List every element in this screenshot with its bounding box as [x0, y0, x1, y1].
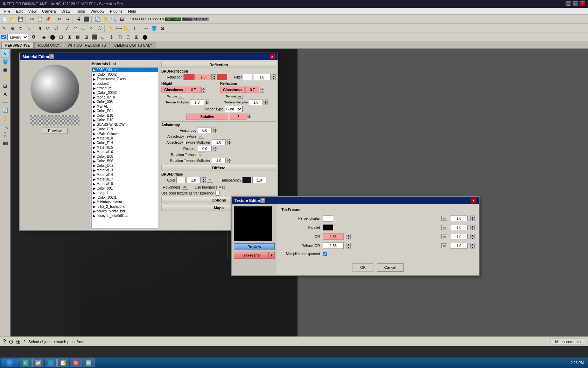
tb-extra6[interactable]: ⊞	[82, 33, 90, 41]
mat-item-colorb08[interactable]: ▶Color_B08	[92, 154, 158, 159]
ior-up[interactable]: ▲	[346, 234, 351, 237]
tab-without-rec[interactable]: WITHOUT REC LIGHTS	[64, 42, 110, 48]
mat-item-material16[interactable]: ▶Material16	[92, 150, 158, 154]
tb-pushpull[interactable]: ⬆	[36, 25, 44, 32]
reflection-value[interactable]: 1.0	[194, 74, 212, 80]
hilight-tm-value[interactable]: 1.0	[190, 100, 204, 105]
materials-list[interactable]: ▶0030_OldLace ▶[Color_000]2 ▶Translucent…	[91, 67, 158, 229]
roughness-m-btn[interactable]: m	[182, 185, 188, 190]
refract-up[interactable]: ▲	[346, 243, 351, 246]
mat-item-fisseyub[interactable]: ▶fisseyub_fefa0d51...	[92, 213, 158, 218]
menu-view[interactable]: View	[26, 8, 40, 14]
tool-camera[interactable]: 📷	[1, 138, 9, 146]
parallel-swatch[interactable]	[323, 224, 333, 231]
refract-m-btn[interactable]: m	[441, 243, 448, 248]
tb-protractor[interactable]: 📐	[123, 25, 131, 32]
tb-extra8[interactable]: □	[99, 33, 107, 41]
mat-item-fabric[interactable]: ▶fabric_07_b	[92, 95, 158, 100]
parallel-val1[interactable]: 1.0	[450, 225, 468, 230]
refl-tm-value[interactable]: 1.0	[249, 100, 263, 105]
anisotropy-value[interactable]: 0.0	[198, 128, 212, 133]
mat-item-cookie2[interactable]: ▶cookie2	[92, 81, 158, 86]
tool-select[interactable]: ↖	[1, 50, 9, 57]
tool-pan[interactable]: ✋	[1, 114, 9, 122]
mat-item-material14[interactable]: ▶Material14	[92, 172, 158, 177]
tb-extra3[interactable]: ⊡	[57, 33, 65, 41]
rotation-texture-m-btn[interactable]: m	[198, 152, 204, 157]
perpendicular-val1[interactable]: 1.0	[450, 216, 468, 221]
para-down[interactable]: ▼	[470, 227, 475, 230]
tb-extra13[interactable]: ⬤	[141, 33, 149, 41]
menu-edit[interactable]: Edit	[13, 8, 26, 14]
subdivs-up[interactable]: ▲	[247, 114, 251, 116]
parallel-m-btn[interactable]: m	[441, 225, 448, 230]
tool-walk[interactable]: 🚶	[1, 130, 9, 138]
tab-ceiling[interactable]: CEILING LIGHTS ONLY	[111, 42, 156, 48]
tb-extra4[interactable]: ⊞	[65, 33, 73, 41]
menu-plugins[interactable]: Plugins	[107, 8, 125, 14]
layer-settings[interactable]: ⚙	[30, 33, 37, 41]
refract-ior-value[interactable]: 1.55	[323, 243, 344, 249]
filter-spin-down[interactable]: ▼	[272, 77, 276, 80]
refract-down[interactable]: ▼	[346, 246, 351, 248]
layer-visible-checkbox[interactable]	[1, 35, 6, 39]
ior-num-up[interactable]: ▲	[470, 234, 475, 237]
window-controls[interactable]: _ □ ×	[566, 1, 585, 6]
filter-value[interactable]: 1.0	[253, 74, 271, 80]
reflection-spin-down[interactable]: ▼	[212, 77, 216, 80]
tb-tape[interactable]: 📏	[107, 25, 114, 32]
tex-editor-close-btn[interactable]: ×	[471, 198, 476, 203]
mat-item-0030[interactable]: ▶0030_OldLace	[92, 68, 158, 72]
taskbar-app-3[interactable]: 🌐	[45, 359, 57, 367]
multiplier-checkbox[interactable]	[323, 252, 327, 256]
tb-paste[interactable]: 📌	[44, 15, 52, 23]
tb-extra7[interactable]: ⬛	[91, 33, 98, 41]
aniso-tm-up[interactable]: ▲	[227, 139, 231, 142]
tool-paint[interactable]: 🪣	[1, 58, 9, 66]
tool-erase[interactable]: ⊠	[1, 66, 9, 74]
hilight-gloss-value[interactable]: 0.7	[187, 87, 201, 93]
shader-type-select[interactable]: Blinn Phong Ward	[225, 106, 243, 112]
tb-extra9[interactable]: ⊹	[107, 33, 115, 41]
mat-item-material10[interactable]: ▶Material10	[92, 136, 158, 141]
tb-redo[interactable]: ↪	[63, 15, 71, 23]
tool-section[interactable]: ⊞	[1, 82, 9, 90]
maximize-btn[interactable]: □	[573, 1, 578, 6]
hilight-texture-m-btn[interactable]: m	[178, 94, 184, 99]
hilight-tm-up[interactable]: ▲	[205, 100, 209, 102]
mat-item-colorb06[interactable]: ▶Color_B06	[92, 159, 158, 163]
tool-zoom[interactable]: 🔍	[1, 122, 9, 130]
tb-text[interactable]: T	[131, 25, 139, 32]
tex-fresnel-btn[interactable]: TexFresnel	[234, 252, 268, 259]
reflection-spin-up[interactable]: ▲	[212, 74, 216, 77]
rotation-down[interactable]: ▼	[213, 149, 217, 151]
tool-measure[interactable]: 📏	[1, 74, 9, 82]
mat-item-colorf14[interactable]: ▶Color_F14	[92, 141, 158, 145]
preview-button[interactable]: Preview	[42, 128, 68, 134]
mat-item-colord10[interactable]: ▶Color_D10	[92, 118, 158, 122]
subdivs-value[interactable]: 8	[230, 114, 247, 120]
tb-select[interactable]: ↖	[1, 25, 8, 32]
tex-preview-btn[interactable]: Preview	[234, 243, 275, 250]
tool-axes[interactable]: ⊹	[1, 98, 9, 106]
mat-item-material13[interactable]: ▶Material13	[92, 168, 158, 172]
aniso-up[interactable]: ▲	[213, 128, 217, 130]
transparency-swatch[interactable]	[242, 177, 251, 183]
transparency-value[interactable]: 1.0	[252, 177, 266, 183]
mat-item-caules[interactable]: ▶caules_planta_fsd...	[92, 209, 158, 213]
tb-extra2[interactable]: ⬤	[49, 33, 56, 41]
diffuse-down[interactable]: ▼	[202, 180, 206, 183]
tb-offset[interactable]: ⬡	[52, 25, 60, 32]
ior-value[interactable]: 1.55	[323, 233, 344, 240]
tb-extra11[interactable]: ⬡	[124, 33, 132, 41]
start-button[interactable]	[1, 359, 19, 367]
tb-arc[interactable]: ◠	[71, 25, 79, 32]
mat-item-folha2[interactable]: ▶folha_2_fsafad0fa...	[92, 204, 158, 209]
tool-3d-text[interactable]: A	[1, 90, 9, 98]
refl-tm-up[interactable]: ▲	[264, 100, 268, 102]
tb-extra5[interactable]: ⊠	[74, 33, 82, 41]
mat-item-colorf19[interactable]: ▶Color_F19	[92, 127, 158, 131]
tb-zoom[interactable]: 🔍	[110, 15, 118, 23]
mat-item-image1[interactable]: ▶Image1	[92, 191, 158, 195]
mat-item-translucent[interactable]: ▶Translucent_Glass...	[92, 77, 158, 81]
